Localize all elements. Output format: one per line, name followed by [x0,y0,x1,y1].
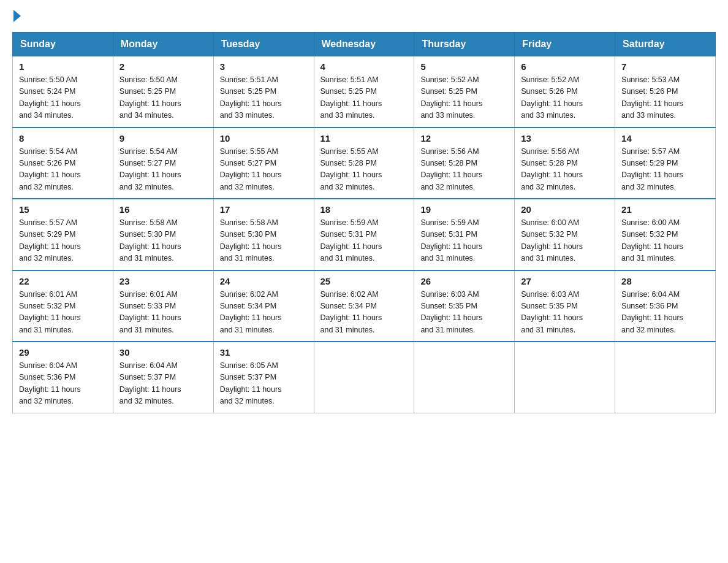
calendar-cell: 23 Sunrise: 6:01 AMSunset: 5:33 PMDaylig… [113,270,213,342]
calendar-cell: 19 Sunrise: 5:59 AMSunset: 5:31 PMDaylig… [414,199,515,270]
day-info: Sunrise: 5:57 AMSunset: 5:29 PMDaylight:… [621,147,683,191]
calendar-table: SundayMondayTuesdayWednesdayThursdayFrid… [12,32,716,413]
day-number: 3 [220,61,308,72]
day-info: Sunrise: 5:59 AMSunset: 5:31 PMDaylight:… [320,218,382,262]
calendar-cell: 13 Sunrise: 5:56 AMSunset: 5:28 PMDaylig… [515,128,615,199]
day-info: Sunrise: 6:03 AMSunset: 5:35 PMDaylight:… [420,290,482,334]
calendar-cell: 24 Sunrise: 6:02 AMSunset: 5:34 PMDaylig… [213,270,314,342]
calendar-cell: 1 Sunrise: 5:50 AMSunset: 5:24 PMDayligh… [13,56,113,128]
day-number: 28 [621,276,709,286]
day-number: 12 [420,133,508,144]
day-info: Sunrise: 5:52 AMSunset: 5:25 PMDaylight:… [420,75,482,120]
calendar-week-row: 1 Sunrise: 5:50 AMSunset: 5:24 PMDayligh… [13,56,716,128]
page-header [12,12,716,22]
day-number: 8 [19,133,107,144]
day-number: 11 [320,133,408,144]
day-number: 5 [420,61,508,72]
day-number: 22 [19,276,107,286]
day-info: Sunrise: 5:58 AMSunset: 5:30 PMDaylight:… [220,218,282,262]
day-info: Sunrise: 6:04 AMSunset: 5:37 PMDaylight:… [119,361,181,405]
calendar-cell: 22 Sunrise: 6:01 AMSunset: 5:32 PMDaylig… [13,270,113,342]
day-info: Sunrise: 6:01 AMSunset: 5:32 PMDaylight:… [19,290,81,334]
calendar-cell: 26 Sunrise: 6:03 AMSunset: 5:35 PMDaylig… [414,270,515,342]
day-info: Sunrise: 5:59 AMSunset: 5:31 PMDaylight:… [420,218,482,262]
day-info: Sunrise: 5:56 AMSunset: 5:28 PMDaylight:… [521,147,583,191]
calendar-cell [314,342,414,413]
calendar-cell [515,342,615,413]
day-number: 7 [621,61,709,72]
day-number: 20 [521,204,609,215]
col-header-tuesday: Tuesday [213,33,314,56]
calendar-week-row: 8 Sunrise: 5:54 AMSunset: 5:26 PMDayligh… [13,128,716,199]
day-number: 2 [119,61,207,72]
col-header-thursday: Thursday [414,33,515,56]
day-info: Sunrise: 5:50 AMSunset: 5:25 PMDaylight:… [119,75,181,120]
day-number: 16 [119,204,207,215]
day-info: Sunrise: 5:54 AMSunset: 5:27 PMDaylight:… [119,147,181,191]
day-number: 24 [220,276,308,286]
calendar-cell: 4 Sunrise: 5:51 AMSunset: 5:25 PMDayligh… [314,56,414,128]
calendar-cell: 18 Sunrise: 5:59 AMSunset: 5:31 PMDaylig… [314,199,414,270]
day-number: 14 [621,133,709,144]
day-info: Sunrise: 6:01 AMSunset: 5:33 PMDaylight:… [119,290,181,334]
day-number: 1 [19,61,107,72]
calendar-cell: 30 Sunrise: 6:04 AMSunset: 5:37 PMDaylig… [113,342,213,413]
calendar-cell: 3 Sunrise: 5:51 AMSunset: 5:25 PMDayligh… [213,56,314,128]
day-number: 21 [621,204,709,215]
day-info: Sunrise: 6:03 AMSunset: 5:35 PMDaylight:… [521,290,583,334]
day-number: 25 [320,276,408,286]
calendar-cell [615,342,716,413]
day-number: 9 [119,133,207,144]
day-info: Sunrise: 5:54 AMSunset: 5:26 PMDaylight:… [19,147,81,191]
calendar-week-row: 15 Sunrise: 5:57 AMSunset: 5:29 PMDaylig… [13,199,716,270]
calendar-cell: 5 Sunrise: 5:52 AMSunset: 5:25 PMDayligh… [414,56,515,128]
day-info: Sunrise: 6:02 AMSunset: 5:34 PMDaylight:… [220,290,282,334]
calendar-cell: 27 Sunrise: 6:03 AMSunset: 5:35 PMDaylig… [515,270,615,342]
calendar-cell: 20 Sunrise: 6:00 AMSunset: 5:32 PMDaylig… [515,199,615,270]
day-number: 26 [420,276,508,286]
calendar-cell: 10 Sunrise: 5:55 AMSunset: 5:27 PMDaylig… [213,128,314,199]
day-info: Sunrise: 6:00 AMSunset: 5:32 PMDaylight:… [521,218,583,262]
day-info: Sunrise: 6:00 AMSunset: 5:32 PMDaylight:… [621,218,683,262]
day-number: 18 [320,204,408,215]
calendar-cell: 9 Sunrise: 5:54 AMSunset: 5:27 PMDayligh… [113,128,213,199]
calendar-header-row: SundayMondayTuesdayWednesdayThursdayFrid… [13,33,716,56]
calendar-cell: 11 Sunrise: 5:55 AMSunset: 5:28 PMDaylig… [314,128,414,199]
calendar-cell: 6 Sunrise: 5:52 AMSunset: 5:26 PMDayligh… [515,56,615,128]
calendar-cell: 17 Sunrise: 5:58 AMSunset: 5:30 PMDaylig… [213,199,314,270]
calendar-cell: 28 Sunrise: 6:04 AMSunset: 5:36 PMDaylig… [615,270,716,342]
calendar-cell: 14 Sunrise: 5:57 AMSunset: 5:29 PMDaylig… [615,128,716,199]
col-header-friday: Friday [515,33,615,56]
day-info: Sunrise: 5:55 AMSunset: 5:28 PMDaylight:… [320,147,382,191]
calendar-week-row: 29 Sunrise: 6:04 AMSunset: 5:36 PMDaylig… [13,342,716,413]
day-number: 27 [521,276,609,286]
calendar-cell: 8 Sunrise: 5:54 AMSunset: 5:26 PMDayligh… [13,128,113,199]
day-number: 30 [119,347,207,358]
calendar-cell: 25 Sunrise: 6:02 AMSunset: 5:34 PMDaylig… [314,270,414,342]
day-number: 15 [19,204,107,215]
calendar-cell: 16 Sunrise: 5:58 AMSunset: 5:30 PMDaylig… [113,199,213,270]
calendar-week-row: 22 Sunrise: 6:01 AMSunset: 5:32 PMDaylig… [13,270,716,342]
calendar-cell [414,342,515,413]
day-number: 31 [220,347,308,358]
col-header-saturday: Saturday [615,33,716,56]
day-info: Sunrise: 5:52 AMSunset: 5:26 PMDaylight:… [521,75,583,120]
logo [12,12,21,22]
calendar-cell: 7 Sunrise: 5:53 AMSunset: 5:26 PMDayligh… [615,56,716,128]
day-number: 17 [220,204,308,215]
logo-arrow-icon [13,10,21,22]
day-info: Sunrise: 6:05 AMSunset: 5:37 PMDaylight:… [220,361,282,405]
col-header-monday: Monday [113,33,213,56]
day-info: Sunrise: 5:58 AMSunset: 5:30 PMDaylight:… [119,218,181,262]
day-info: Sunrise: 5:55 AMSunset: 5:27 PMDaylight:… [220,147,282,191]
day-number: 6 [521,61,609,72]
day-info: Sunrise: 5:53 AMSunset: 5:26 PMDaylight:… [621,75,683,120]
calendar-cell: 15 Sunrise: 5:57 AMSunset: 5:29 PMDaylig… [13,199,113,270]
day-info: Sunrise: 5:51 AMSunset: 5:25 PMDaylight:… [320,75,382,120]
calendar-cell: 12 Sunrise: 5:56 AMSunset: 5:28 PMDaylig… [414,128,515,199]
calendar-cell: 31 Sunrise: 6:05 AMSunset: 5:37 PMDaylig… [213,342,314,413]
day-info: Sunrise: 5:57 AMSunset: 5:29 PMDaylight:… [19,218,81,262]
day-number: 29 [19,347,107,358]
day-info: Sunrise: 6:04 AMSunset: 5:36 PMDaylight:… [19,361,81,405]
day-info: Sunrise: 5:50 AMSunset: 5:24 PMDaylight:… [19,75,81,120]
